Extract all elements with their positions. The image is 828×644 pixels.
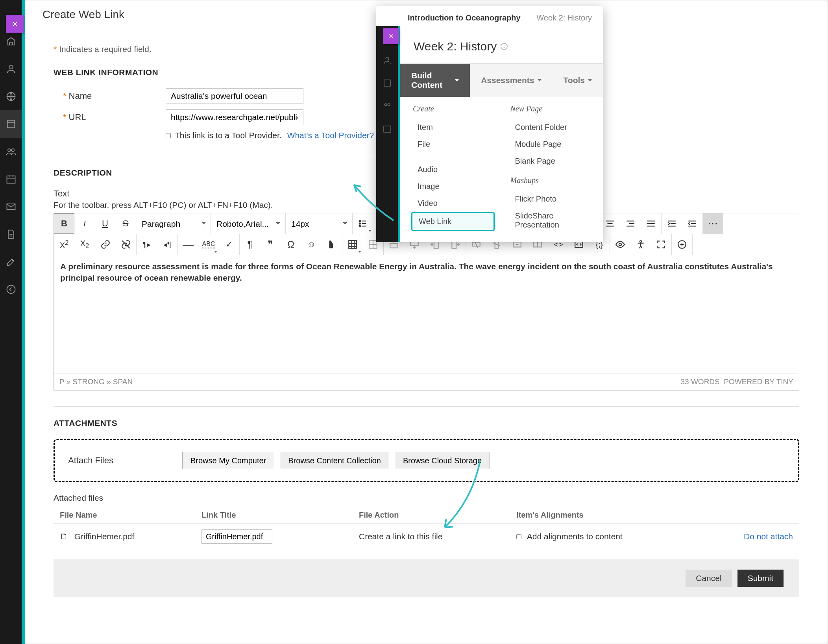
preview-button[interactable] bbox=[610, 234, 630, 255]
pop-nav-courses-icon[interactable] bbox=[376, 72, 398, 94]
url-input[interactable] bbox=[166, 109, 303, 125]
underline-button[interactable]: U bbox=[95, 213, 115, 234]
table-button[interactable] bbox=[342, 234, 363, 255]
attached-file-row: 🗎 GriffinHemer.pdf Create a link to this… bbox=[54, 524, 799, 549]
nav-back-icon[interactable] bbox=[0, 276, 22, 303]
special-char-button[interactable]: Ω bbox=[281, 234, 301, 255]
nav-profile-icon[interactable] bbox=[0, 55, 22, 83]
svg-point-33 bbox=[640, 241, 641, 242]
anchor-button[interactable] bbox=[322, 234, 342, 255]
svg-point-8 bbox=[359, 220, 360, 222]
abbr-button[interactable]: ABC bbox=[198, 234, 219, 255]
attach-files-dropzone[interactable]: Attach Files Browse My Computer Browse C… bbox=[54, 439, 799, 482]
nav-messages-icon[interactable] bbox=[0, 193, 22, 220]
accessibility-button[interactable] bbox=[630, 234, 651, 255]
svg-point-3 bbox=[7, 149, 10, 152]
font-size-select[interactable]: 14px bbox=[286, 213, 353, 234]
menu-item-item[interactable]: Item bbox=[411, 119, 495, 136]
file-icon: 🗎 bbox=[60, 532, 68, 541]
nav-courses-icon[interactable] bbox=[0, 110, 22, 138]
chevron-down-icon[interactable]: ⌄ bbox=[501, 43, 508, 50]
accent-stripe bbox=[22, 0, 25, 644]
file-table-header: File Name Link Title File Action Item's … bbox=[54, 507, 799, 524]
mashups-heading: Mashups bbox=[509, 176, 592, 185]
blockquote-button[interactable]: ❞ bbox=[260, 234, 281, 255]
close-panel-button[interactable] bbox=[6, 15, 24, 33]
pop-nav-groups-icon[interactable] bbox=[376, 94, 398, 117]
breadcrumb: Introduction to Oceanography Week 2: His… bbox=[376, 6, 603, 28]
svg-rect-21 bbox=[349, 241, 357, 248]
file-name: GriffinHemer.pdf bbox=[74, 532, 135, 541]
pop-nav-calendar-icon[interactable] bbox=[376, 117, 398, 140]
pop-nav-profile-icon[interactable] bbox=[376, 49, 398, 72]
link-title-input[interactable] bbox=[201, 529, 272, 544]
fullscreen-button[interactable] bbox=[651, 234, 671, 255]
cancel-button[interactable]: Cancel bbox=[686, 570, 732, 587]
font-family-select[interactable]: Roboto,Arial... bbox=[211, 213, 286, 234]
svg-rect-5 bbox=[7, 176, 15, 183]
bullet-list-button[interactable] bbox=[353, 213, 373, 234]
svg-rect-2 bbox=[7, 120, 15, 128]
svg-rect-23 bbox=[390, 244, 398, 248]
more-toolbar-button[interactable]: ⋯ bbox=[703, 213, 723, 234]
nav-document-icon[interactable] bbox=[0, 220, 22, 248]
nav-groups-icon[interactable] bbox=[0, 138, 22, 165]
rtl-button[interactable]: ◂¶ bbox=[157, 234, 177, 255]
superscript-button[interactable]: X2 bbox=[54, 234, 74, 255]
link-button[interactable] bbox=[95, 234, 116, 255]
menu-item-slideshare[interactable]: SlideShare Presentation bbox=[509, 207, 592, 233]
browse-cloud-button[interactable]: Browse Cloud Storage bbox=[395, 452, 490, 469]
nav-calendar-icon[interactable] bbox=[0, 165, 22, 193]
svg-rect-39 bbox=[384, 126, 391, 132]
add-alignments-checkbox[interactable] bbox=[516, 534, 521, 539]
menu-item-video[interactable]: Video bbox=[411, 195, 495, 212]
menu-item-blank-page[interactable]: Blank Page bbox=[509, 153, 592, 170]
align-right-button[interactable] bbox=[620, 213, 641, 234]
hr-button[interactable]: — bbox=[178, 234, 198, 255]
editor-textarea[interactable]: A preliminary resource assessment is mad… bbox=[54, 255, 799, 373]
svg-point-32 bbox=[619, 243, 622, 246]
popover-close-button[interactable] bbox=[383, 28, 399, 44]
strike-button[interactable]: S bbox=[115, 213, 136, 234]
indent-button[interactable] bbox=[662, 213, 682, 234]
menu-item-flickr[interactable]: Flickr Photo bbox=[509, 191, 592, 207]
powered-by: POWERED BY TINY bbox=[724, 378, 793, 386]
create-heading: Create bbox=[411, 104, 495, 113]
popover-title: Week 2: History ⌄ bbox=[400, 28, 603, 63]
menu-item-file[interactable]: File bbox=[411, 136, 495, 153]
svg-point-10 bbox=[359, 226, 360, 227]
tab-build-content[interactable]: Build Content bbox=[400, 64, 470, 97]
menu-item-content-folder[interactable]: Content Folder bbox=[509, 119, 592, 136]
svg-point-4 bbox=[11, 149, 14, 152]
unlink-button[interactable] bbox=[116, 234, 136, 255]
menu-item-audio[interactable]: Audio bbox=[411, 161, 495, 178]
tab-assessments[interactable]: Assessments bbox=[470, 64, 552, 97]
outdent-button[interactable] bbox=[682, 213, 702, 234]
menu-item-module-page[interactable]: Module Page bbox=[509, 136, 592, 153]
nav-edit-icon[interactable] bbox=[0, 248, 22, 276]
section-attachments: ATTACHMENTS bbox=[54, 418, 799, 428]
menu-item-web-link[interactable]: Web Link bbox=[411, 212, 495, 231]
tool-provider-checkbox[interactable] bbox=[166, 133, 171, 138]
tool-provider-help-link[interactable]: What's a Tool Provider? bbox=[287, 131, 374, 140]
browse-computer-button[interactable]: Browse My Computer bbox=[182, 452, 274, 469]
file-action-text: Create a link to this file bbox=[359, 532, 516, 541]
emoji-button[interactable]: ☺ bbox=[301, 234, 322, 255]
block-format-select[interactable]: Paragraph bbox=[136, 213, 211, 234]
nav-globe-icon[interactable] bbox=[0, 83, 22, 110]
spellcheck-button[interactable]: ✓ bbox=[219, 234, 239, 255]
submit-button[interactable]: Submit bbox=[737, 570, 784, 587]
bold-button[interactable]: B bbox=[54, 213, 74, 234]
tab-tools[interactable]: Tools bbox=[553, 64, 603, 97]
align-justify-button[interactable] bbox=[641, 213, 661, 234]
browse-collection-button[interactable]: Browse Content Collection bbox=[280, 452, 389, 469]
name-input[interactable] bbox=[166, 88, 303, 104]
svg-point-7 bbox=[7, 285, 15, 294]
paragraph-button[interactable]: ¶ bbox=[240, 234, 260, 255]
subscript-button[interactable]: X2 bbox=[74, 234, 95, 255]
italic-button[interactable]: I bbox=[74, 213, 95, 234]
add-content-button[interactable] bbox=[672, 234, 692, 255]
ltr-button[interactable]: ¶▸ bbox=[137, 234, 157, 255]
do-not-attach-link[interactable]: Do not attach bbox=[744, 532, 793, 541]
menu-item-image[interactable]: Image bbox=[411, 178, 495, 195]
